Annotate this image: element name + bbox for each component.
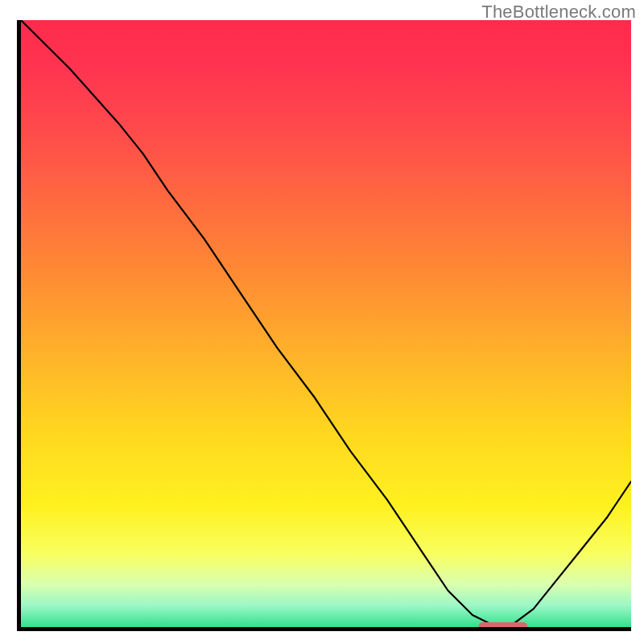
axes-frame <box>17 20 631 631</box>
chart-stage: TheBottleneck.com <box>0 0 644 644</box>
gradient-background <box>21 20 631 627</box>
plot-svg <box>21 20 631 627</box>
optimal-range-marker <box>479 622 528 627</box>
